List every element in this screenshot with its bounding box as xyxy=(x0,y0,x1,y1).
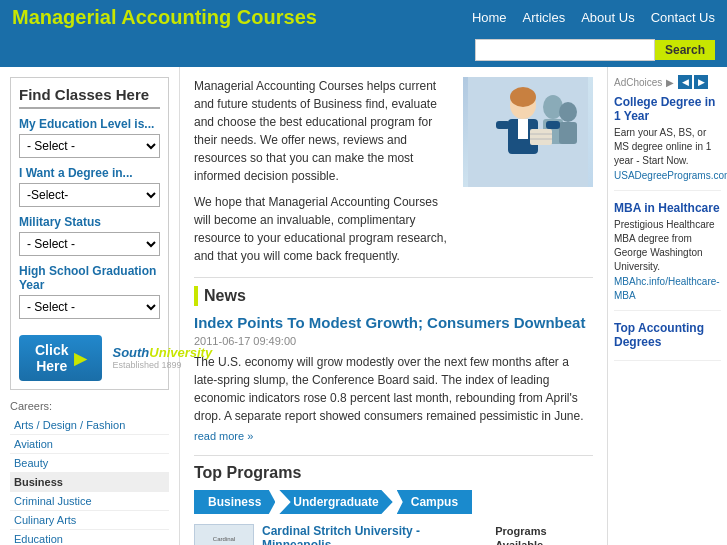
svg-rect-4 xyxy=(559,122,577,144)
news-bar-accent xyxy=(194,286,198,306)
ad-1-body: Earn your AS, BS, or MS degree online in… xyxy=(614,126,721,168)
main-nav: Home Articles About Us Contact Us xyxy=(472,10,715,25)
ad-choices-label: AdChoices xyxy=(614,77,662,88)
header: Managerial Accounting Courses Home Artic… xyxy=(0,0,727,67)
article-body: The U.S. economy will grow modestly over… xyxy=(194,353,593,425)
ad-nav: ◀ ▶ xyxy=(678,75,708,89)
header-top: Managerial Accounting Courses Home Artic… xyxy=(0,0,727,35)
intro-p1: Managerial Accounting Courses helps curr… xyxy=(194,77,451,185)
site-title-highlight: Courses xyxy=(237,6,317,28)
ad-2-title[interactable]: MBA in Healthcare xyxy=(614,201,721,215)
article-date: 2011-06-17 09:49:00 xyxy=(194,335,593,347)
tab-business[interactable]: Business xyxy=(194,490,275,514)
career-item[interactable]: Education xyxy=(10,530,169,545)
search-bar: Search xyxy=(0,35,727,67)
ad-1-link[interactable]: USADegreePrograms.com xyxy=(614,170,727,181)
education-label: My Education Level is... xyxy=(19,117,160,131)
click-here-button[interactable]: Click Here ▶ xyxy=(19,335,102,381)
svg-rect-11 xyxy=(530,129,552,145)
search-button[interactable]: Search xyxy=(655,40,715,60)
career-item[interactable]: Criminal Justice xyxy=(10,492,169,511)
school-logo: Cardinal Stritch xyxy=(194,524,254,545)
military-select[interactable]: - Select - xyxy=(19,232,160,256)
find-classes-widget: Find Classes Here My Education Level is.… xyxy=(10,77,169,390)
career-item[interactable]: Arts / Design / Fashion xyxy=(10,416,169,435)
graduation-label: High School Graduation Year xyxy=(19,264,160,292)
find-classes-title: Find Classes Here xyxy=(19,86,160,109)
careers-list: Careers: Arts / Design / FashionAviation… xyxy=(10,400,169,545)
svg-point-3 xyxy=(559,102,577,122)
degree-group: I Want a Degree in... -Select- xyxy=(19,166,160,207)
program-entry: Cardinal Stritch Cardinal Stritch Univer… xyxy=(194,524,593,545)
site-title: Managerial Accounting Courses xyxy=(12,6,317,29)
ad-choices-header: AdChoices ▶ ◀ ▶ xyxy=(614,75,721,89)
ad-item-2: MBA in Healthcare Prestigious Healthcare… xyxy=(614,201,721,311)
career-item[interactable]: Aviation xyxy=(10,435,169,454)
intro-image xyxy=(463,77,593,187)
ad-next-button[interactable]: ▶ xyxy=(694,75,708,89)
svg-point-6 xyxy=(510,87,536,107)
graduation-group: High School Graduation Year - Select - xyxy=(19,264,160,319)
south-label: South xyxy=(112,345,149,360)
tab-undergraduate[interactable]: Undergraduate xyxy=(279,490,392,514)
triangle-icon: ▶ xyxy=(666,77,674,88)
intro-section: Managerial Accounting Courses helps curr… xyxy=(194,77,593,265)
ad-2-body: Prestigious Healthcare MBA degree from G… xyxy=(614,218,721,274)
ad-prev-button[interactable]: ◀ xyxy=(678,75,692,89)
arrow-icon: ▶ xyxy=(74,349,86,368)
programs-label: Programs Available xyxy=(495,525,546,545)
read-more-link[interactable]: read more » xyxy=(194,430,253,442)
top-programs-section: Top Programs Business Undergraduate Camp… xyxy=(194,455,593,545)
main-layout: Find Classes Here My Education Level is.… xyxy=(0,67,727,545)
ad-column: AdChoices ▶ ◀ ▶ College Degree in 1 Year… xyxy=(607,67,727,545)
search-input[interactable] xyxy=(475,39,655,61)
svg-rect-8 xyxy=(518,119,528,139)
nav-contact[interactable]: Contact Us xyxy=(651,10,715,25)
nav-articles[interactable]: Articles xyxy=(523,10,566,25)
svg-text:Cardinal: Cardinal xyxy=(213,536,235,542)
news-title: News xyxy=(204,287,246,305)
svg-rect-9 xyxy=(496,121,510,129)
intro-p2: We hope that Managerial Accounting Cours… xyxy=(194,193,451,265)
school-name: Cardinal Stritch University - Minneapoli… xyxy=(262,524,477,545)
program-tabs: Business Undergraduate Campus xyxy=(194,490,593,514)
nav-about[interactable]: About Us xyxy=(581,10,634,25)
ad-1-title[interactable]: College Degree in 1 Year xyxy=(614,95,721,123)
careers-items: Arts / Design / FashionAviationBeautyBus… xyxy=(10,416,169,545)
education-select[interactable]: - Select - xyxy=(19,134,160,158)
graduation-select[interactable]: - Select - xyxy=(19,295,160,319)
ad-item-1: College Degree in 1 Year Earn your AS, B… xyxy=(614,95,721,191)
click-here-label: Click Here xyxy=(35,342,68,374)
military-group: Military Status - Select - xyxy=(19,215,160,256)
content-ads-wrapper: Managerial Accounting Courses helps curr… xyxy=(180,67,727,545)
sidebar: Find Classes Here My Education Level is.… xyxy=(0,67,180,545)
content-area: Managerial Accounting Courses helps curr… xyxy=(180,67,607,545)
career-item[interactable]: Business xyxy=(10,473,169,492)
careers-label: Careers: xyxy=(10,400,169,412)
article-title[interactable]: Index Points To Modest Growth; Consumers… xyxy=(194,314,593,331)
degree-label: I Want a Degree in... xyxy=(19,166,160,180)
education-group: My Education Level is... - Select - xyxy=(19,117,160,158)
svg-rect-10 xyxy=(546,121,560,129)
news-section: News Index Points To Modest Growth; Cons… xyxy=(194,277,593,443)
ad-3-title[interactable]: Top Accounting Degrees xyxy=(614,321,721,349)
program-info: Cardinal Stritch University - Minneapoli… xyxy=(262,524,477,545)
school-logo-svg: Cardinal Stritch xyxy=(195,525,253,545)
top-programs-title: Top Programs xyxy=(194,464,593,482)
svg-rect-14 xyxy=(195,525,253,545)
military-label: Military Status xyxy=(19,215,160,229)
news-title-bar: News xyxy=(194,286,593,306)
career-item[interactable]: Beauty xyxy=(10,454,169,473)
programs-available: Programs Available Bachelor of Science xyxy=(495,524,593,545)
tab-campus[interactable]: Campus xyxy=(397,490,472,514)
career-item[interactable]: Culinary Arts xyxy=(10,511,169,530)
nav-home[interactable]: Home xyxy=(472,10,507,25)
ad-item-3: Top Accounting Degrees xyxy=(614,321,721,361)
ad-2-link[interactable]: MBAhc.info/Healthcare-MBA xyxy=(614,276,720,301)
degree-select[interactable]: -Select- xyxy=(19,183,160,207)
business-person-svg xyxy=(468,77,588,187)
intro-text: Managerial Accounting Courses helps curr… xyxy=(194,77,451,265)
site-title-main: Managerial Accounting xyxy=(12,6,237,28)
